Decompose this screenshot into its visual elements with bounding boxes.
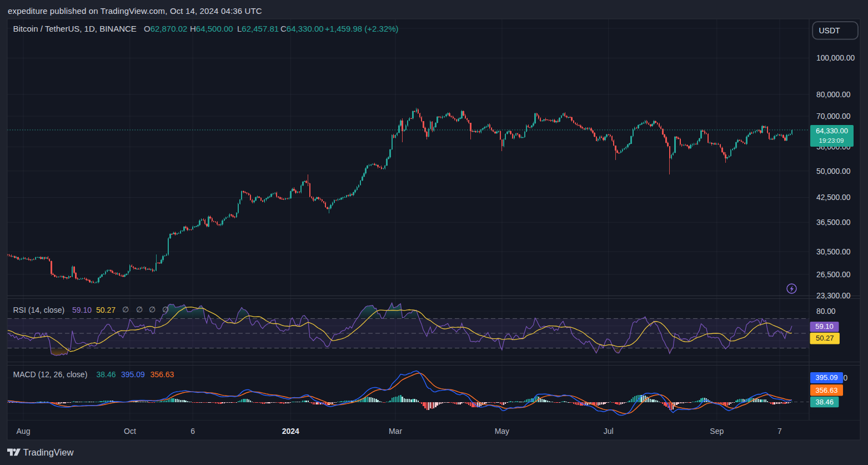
svg-text:36,500.00: 36,500.00 xyxy=(816,218,851,227)
svg-text:Sep: Sep xyxy=(710,427,724,436)
svg-text:Aug: Aug xyxy=(17,427,31,436)
svg-text:395.09: 395.09 xyxy=(121,370,145,379)
svg-text:356.63: 356.63 xyxy=(150,370,174,379)
svg-text:+1,459.98 (+2.32%): +1,459.98 (+2.32%) xyxy=(325,24,399,33)
svg-text:Mar: Mar xyxy=(389,427,402,436)
svg-text:356.63: 356.63 xyxy=(816,386,838,394)
svg-text:80.00: 80.00 xyxy=(816,307,836,316)
svg-text:∅: ∅ xyxy=(122,305,129,314)
svg-text:59.10: 59.10 xyxy=(72,306,92,314)
svg-text:∅: ∅ xyxy=(149,305,155,314)
svg-text:6: 6 xyxy=(190,427,195,436)
svg-text:C64,330.00: C64,330.00 xyxy=(280,24,324,33)
svg-text:0: 0 xyxy=(844,374,848,382)
svg-text:USDT: USDT xyxy=(819,26,841,35)
svg-text:70,000.00: 70,000.00 xyxy=(816,112,851,121)
svg-text:∅: ∅ xyxy=(136,305,143,314)
svg-text:59.10: 59.10 xyxy=(815,322,834,331)
svg-text:2024: 2024 xyxy=(282,427,299,436)
svg-text:expediture published on Tradin: expediture published on TradingView.com,… xyxy=(8,6,262,16)
svg-text:H64,500.00: H64,500.00 xyxy=(190,24,233,33)
svg-text:L62,457.81: L62,457.81 xyxy=(237,24,279,33)
svg-text:50,000.00: 50,000.00 xyxy=(816,167,851,176)
svg-text:23,300.00: 23,300.00 xyxy=(816,292,851,300)
svg-text:19:23:09: 19:23:09 xyxy=(819,137,844,144)
svg-text:395.09: 395.09 xyxy=(816,373,838,382)
svg-text:Bitcoin / TetherUS, 1D, BINANC: Bitcoin / TetherUS, 1D, BINANCE xyxy=(13,24,137,33)
svg-text:42,500.00: 42,500.00 xyxy=(816,193,851,202)
svg-text:100,000.00: 100,000.00 xyxy=(816,54,855,62)
svg-text:7: 7 xyxy=(777,427,782,436)
svg-text:RSI (14, close): RSI (14, close) xyxy=(13,306,65,314)
svg-text:MACD (12, 26, close): MACD (12, 26, close) xyxy=(13,370,88,379)
svg-text:64,330.00: 64,330.00 xyxy=(816,127,848,135)
svg-text:50.27: 50.27 xyxy=(816,334,834,342)
svg-text:May: May xyxy=(495,427,509,436)
svg-text:Jul: Jul xyxy=(604,427,614,436)
svg-text:TradingView: TradingView xyxy=(23,447,74,457)
svg-text:Oct: Oct xyxy=(124,427,136,436)
svg-text:50.27: 50.27 xyxy=(96,306,116,314)
svg-text:30,500.00: 30,500.00 xyxy=(816,248,851,256)
svg-text:38.46: 38.46 xyxy=(97,370,116,379)
svg-text:O62,870.02: O62,870.02 xyxy=(144,24,187,33)
svg-text:∅: ∅ xyxy=(162,305,169,314)
svg-text:26,500.00: 26,500.00 xyxy=(816,271,851,279)
svg-text:80,000.00: 80,000.00 xyxy=(816,91,851,99)
svg-text:38.46: 38.46 xyxy=(815,398,834,406)
